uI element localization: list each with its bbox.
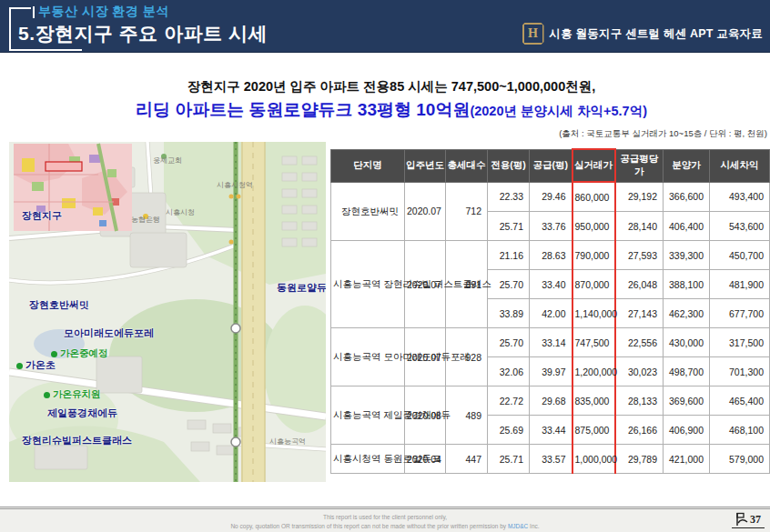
map-label-gray: 시흥능곡역 bbox=[269, 437, 306, 447]
map-label-navy: 장현리슈빌퍼스트클래스 bbox=[22, 434, 132, 447]
move-in-date: 2020.07 bbox=[405, 182, 446, 241]
cell-실거래가: 875,000 bbox=[572, 416, 615, 445]
cell-공급평당가: 27,143 bbox=[615, 299, 664, 328]
map-label-navy: 장현지구 bbox=[22, 209, 62, 223]
slide: 부동산 시장 환경 분석 5.장현지구 주요 아파트 시세 H 시흥 월동지구 … bbox=[0, 0, 770, 532]
table-header-row: 단지명입주년도총세대수전용(평)공급(평)실거래가공급평당가분양가시세차익 bbox=[331, 149, 770, 182]
map-label-navy: 가온초 bbox=[16, 358, 56, 372]
cell-시세차익: 493,400 bbox=[710, 182, 770, 212]
cell-공급(평): 33.76 bbox=[530, 212, 572, 241]
cell-공급(평): 33.14 bbox=[530, 328, 572, 357]
cell-시세차익: 543,600 bbox=[710, 212, 770, 241]
complex-name: 장현호반써밋 bbox=[331, 182, 405, 241]
cell-공급(평): 29.68 bbox=[530, 386, 572, 416]
headline-line2-sub: (2020년 분양시세 차익+5.7억) bbox=[470, 104, 647, 118]
complex-name: 시흥시청역 동원로얄듀크 bbox=[331, 445, 405, 474]
section-eyebrow: 부동산 시장 환경 분석 bbox=[38, 4, 169, 20]
price-table-wrap: 단지명입주년도총세대수전용(평)공급(평)실거래가공급평당가분양가시세차익장현호… bbox=[330, 148, 770, 474]
cell-전용(평): 33.89 bbox=[488, 299, 530, 328]
headline-line2-main: 리딩 아파트는 동원로얄듀크 33평형 10억원 bbox=[136, 100, 470, 119]
table-row[interactable]: 시흥능곡역 장현리슈빌 퍼스트클래스2020.0789121.1628.6379… bbox=[331, 241, 770, 270]
column-header-2: 입주년도 bbox=[405, 149, 446, 182]
page-number: 37 bbox=[750, 513, 761, 527]
footer-line2-prefix: No copy, quotation OR transmission of th… bbox=[230, 523, 507, 529]
cell-공급평당가: 28,140 bbox=[615, 212, 664, 241]
cell-분양가: 388,100 bbox=[664, 270, 710, 299]
cell-시세차익: 465,400 bbox=[710, 386, 770, 416]
cell-분양가: 339,300 bbox=[664, 241, 710, 270]
footer-line1: This report is used for the client perso… bbox=[323, 514, 447, 520]
cell-공급평당가: 22,556 bbox=[615, 328, 664, 357]
cell-공급(평): 33.57 bbox=[530, 445, 572, 474]
household-count: 489 bbox=[446, 386, 488, 445]
cell-분양가: 462,300 bbox=[664, 299, 710, 328]
cell-실거래가: 1,000,000 bbox=[572, 445, 615, 474]
cell-분양가: 421,000 bbox=[664, 445, 710, 474]
hessen-logo-icon: H bbox=[522, 23, 544, 45]
headline-line1: 장현지구 2020년 입주 아파트 전용85 시세는 747,500~1,000… bbox=[0, 78, 770, 95]
map-label-green: 가온중예정 bbox=[51, 347, 108, 360]
table-row[interactable]: 시흥능곡역 모아미래도에듀포레2020.0792825.7033.14747,5… bbox=[331, 328, 770, 357]
brand-block: H 시흥 월동지구 센트럴 헤센 APT 교육자료 bbox=[522, 23, 763, 45]
cell-전용(평): 25.70 bbox=[488, 270, 530, 299]
cell-전용(평): 21.16 bbox=[488, 241, 530, 270]
cell-분양가: 366,600 bbox=[664, 182, 710, 212]
cell-시세차익: 677,700 bbox=[710, 299, 770, 328]
map-label-navy: 장현호반써밋 bbox=[29, 298, 89, 312]
cell-실거래가: 1,200,000 bbox=[572, 357, 615, 386]
cell-시세차익: 579,000 bbox=[710, 445, 770, 474]
table-row[interactable]: 장현호반써밋2020.0771222.3329.46860,00029,1923… bbox=[331, 182, 770, 212]
cell-실거래가: 860,000 bbox=[572, 182, 615, 212]
cell-전용(평): 25.70 bbox=[488, 328, 530, 357]
headline-line2: 리딩 아파트는 동원로얄듀크 33평형 10억원(2020년 분양시세 차익+5… bbox=[0, 98, 770, 122]
cell-공급(평): 33.40 bbox=[530, 270, 572, 299]
household-count: 712 bbox=[446, 182, 488, 241]
map-label-navy: 모아미래도에듀포레 bbox=[64, 326, 154, 340]
cell-공급(평): 33.44 bbox=[530, 416, 572, 445]
move-in-date: 2020.04 bbox=[405, 445, 446, 474]
table-row[interactable]: 시흥능곡역 제일풍경채에듀2020.0848922.7229.68835,000… bbox=[331, 386, 770, 416]
source-note: (출처 : 국토교통부 실거래가 10~15층 / 단위 : 평, 천원) bbox=[559, 128, 767, 140]
cell-시세차익: 450,700 bbox=[710, 241, 770, 270]
cell-전용(평): 25.71 bbox=[488, 212, 530, 241]
brand-label: 시흥 월동지구 센트럴 헤센 APT 교육자료 bbox=[550, 26, 763, 42]
complex-name: 시흥능곡역 제일풍경채에듀 bbox=[331, 386, 405, 445]
cell-시세차익: 481,900 bbox=[710, 270, 770, 299]
map-label-navy: 제일풍경채에듀 bbox=[47, 407, 117, 420]
cell-분양가: 406,400 bbox=[664, 212, 710, 241]
column-header-1: 단지명 bbox=[331, 149, 405, 182]
move-in-date: 2020.08 bbox=[405, 386, 446, 445]
cell-분양가: 430,000 bbox=[664, 328, 710, 357]
map-label-gray: 농협은행 bbox=[131, 215, 160, 225]
map-label-green: 가온유치원 bbox=[44, 388, 101, 401]
cell-전용(평): 25.71 bbox=[488, 445, 530, 474]
cell-시세차익: 468,100 bbox=[710, 416, 770, 445]
table-row[interactable]: 시흥시청역 동원로얄듀크2020.0444725.7133.571,000,00… bbox=[331, 445, 770, 474]
cell-공급(평): 42.00 bbox=[530, 299, 572, 328]
column-header-5: 공급(평) bbox=[530, 149, 572, 182]
footer-brand: MJD&C bbox=[508, 523, 528, 529]
footer-disclaimer: This report is used for the client perso… bbox=[0, 513, 770, 531]
page-number-block: 37 bbox=[732, 512, 765, 528]
cell-실거래가: 870,000 bbox=[572, 270, 615, 299]
district-map[interactable]: 장현지구동원로얄듀크장현호반써밋모아미래도에듀포레가온중예정가온초가온유치원제일… bbox=[9, 142, 326, 482]
cell-분양가: 406,900 bbox=[664, 416, 710, 445]
move-in-date: 2020.07 bbox=[405, 328, 446, 386]
cell-공급평당가: 27,593 bbox=[615, 241, 664, 270]
cell-공급(평): 28.63 bbox=[530, 241, 572, 270]
cell-실거래가: 950,000 bbox=[572, 212, 615, 241]
price-table[interactable]: 단지명입주년도총세대수전용(평)공급(평)실거래가공급평당가분양가시세차익장현호… bbox=[330, 148, 770, 474]
cell-전용(평): 25.69 bbox=[488, 416, 530, 445]
column-header-4: 전용(평) bbox=[488, 149, 530, 182]
cell-실거래가: 790,000 bbox=[572, 241, 615, 270]
green-dot-icon bbox=[16, 363, 23, 369]
footer-line2-suffix: Inc. bbox=[528, 523, 539, 529]
cell-공급평당가: 29,789 bbox=[615, 445, 664, 474]
map-label-gray: 웅제교회 bbox=[153, 156, 182, 166]
cell-실거래가: 1,140,000 bbox=[572, 299, 615, 328]
cell-실거래가: 747,500 bbox=[572, 328, 615, 357]
base-map-graphic bbox=[9, 142, 326, 482]
cell-공급평당가: 30,023 bbox=[615, 357, 664, 386]
column-header-9: 시세차익 bbox=[710, 149, 770, 182]
complex-name: 시흥능곡역 모아미래도에듀포레 bbox=[331, 328, 405, 386]
